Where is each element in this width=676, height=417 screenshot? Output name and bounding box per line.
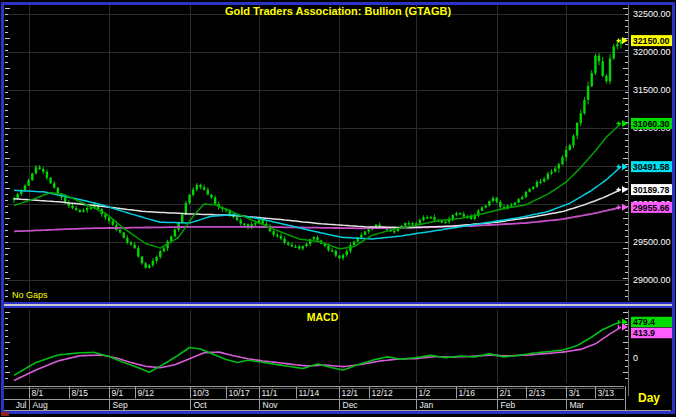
svg-text:Feb: Feb: [501, 400, 516, 410]
svg-text:10/3: 10/3: [193, 388, 210, 398]
svg-text:479.4: 479.4: [633, 317, 655, 327]
chart-window: 0479.4413.9 32500.0032000.0031500.003100…: [0, 0, 676, 417]
main-price-chart[interactable]: [13, 38, 622, 268]
macd-indicator-chart[interactable]: 0479.4413.9: [14, 317, 675, 381]
svg-text:8/15: 8/15: [72, 388, 89, 398]
gridlines: [7, 5, 628, 383]
svg-text:29955.66: 29955.66: [633, 203, 670, 213]
svg-text:413.9: 413.9: [633, 328, 655, 338]
svg-text:30189.78: 30189.78: [633, 185, 670, 195]
svg-text:0: 0: [633, 353, 638, 363]
svg-text:Jan: Jan: [420, 400, 434, 410]
svg-text:2/1: 2/1: [500, 388, 512, 398]
svg-text:11/14: 11/14: [299, 388, 320, 398]
svg-text:Jul: Jul: [16, 400, 27, 410]
svg-text:31500.00: 31500.00: [633, 85, 671, 95]
svg-text:32150.00: 32150.00: [633, 36, 670, 46]
svg-text:11/1: 11/1: [262, 388, 278, 398]
svg-text:1/2: 1/2: [419, 388, 431, 398]
svg-text:31060.30: 31060.30: [633, 119, 670, 129]
svg-text:32500.00: 32500.00: [633, 9, 671, 19]
svg-text:Oct: Oct: [194, 400, 208, 410]
svg-text:1/16: 1/16: [459, 388, 476, 398]
svg-text:32000.00: 32000.00: [633, 47, 671, 57]
svg-text:2/13: 2/13: [529, 388, 546, 398]
period-label[interactable]: Day: [626, 387, 672, 409]
svg-text:3/13: 3/13: [598, 388, 615, 398]
svg-text:29000.00: 29000.00: [633, 275, 671, 285]
time-axis: 8/18/159/19/1210/310/1711/111/1412/112/1…: [2, 386, 671, 411]
svg-text:10/17: 10/17: [229, 388, 251, 398]
svg-text:30491.58: 30491.58: [633, 162, 670, 172]
svg-text:Dec: Dec: [343, 400, 359, 410]
svg-text:12/1: 12/1: [342, 388, 359, 398]
svg-text:9/12: 9/12: [138, 388, 155, 398]
svg-text:Sep: Sep: [113, 400, 128, 410]
chart-canvas: 0479.4413.9 32500.0032000.0031500.003100…: [0, 0, 676, 417]
svg-text:29500.00: 29500.00: [633, 237, 671, 247]
svg-text:8/1: 8/1: [32, 388, 44, 398]
svg-text:3/1: 3/1: [569, 388, 581, 398]
svg-text:9/1: 9/1: [112, 388, 124, 398]
svg-text:Mar: Mar: [570, 400, 585, 410]
svg-text:12/12: 12/12: [372, 388, 394, 398]
svg-text:Aug: Aug: [33, 400, 48, 410]
svg-text:Nov: Nov: [263, 400, 279, 410]
